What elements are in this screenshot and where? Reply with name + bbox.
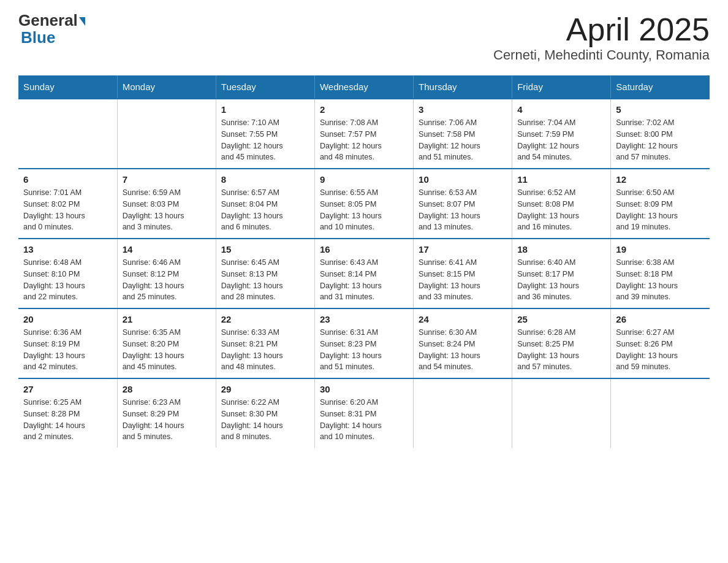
calendar-cell: 13Sunrise: 6:48 AM Sunset: 8:10 PM Dayli… bbox=[18, 239, 117, 308]
calendar-cell bbox=[414, 378, 512, 448]
day-info: Sunrise: 6:30 AM Sunset: 8:24 PM Dayligh… bbox=[419, 327, 507, 373]
day-number: 24 bbox=[419, 314, 507, 324]
day-info: Sunrise: 6:40 AM Sunset: 8:17 PM Dayligh… bbox=[517, 257, 605, 303]
day-number: 6 bbox=[23, 174, 112, 185]
calendar-cell: 28Sunrise: 6:23 AM Sunset: 8:29 PM Dayli… bbox=[117, 378, 216, 448]
page-subtitle: Cerneti, Mehedinti County, Romania bbox=[493, 47, 710, 63]
day-number: 9 bbox=[320, 174, 408, 185]
day-number: 13 bbox=[23, 244, 112, 255]
day-info: Sunrise: 6:23 AM Sunset: 8:29 PM Dayligh… bbox=[123, 397, 211, 443]
calendar-cell: 5Sunrise: 7:02 AM Sunset: 8:00 PM Daylig… bbox=[611, 99, 710, 169]
day-number: 28 bbox=[123, 384, 211, 394]
day-number: 23 bbox=[320, 314, 408, 324]
day-number: 15 bbox=[221, 244, 309, 255]
week-row: 27Sunrise: 6:25 AM Sunset: 8:28 PM Dayli… bbox=[18, 378, 710, 448]
days-of-week-row: SundayMondayTuesdayWednesdayThursdayFrid… bbox=[18, 75, 710, 99]
day-info: Sunrise: 7:01 AM Sunset: 8:02 PM Dayligh… bbox=[23, 187, 112, 233]
day-of-week-sunday: Sunday bbox=[18, 75, 117, 99]
day-number: 27 bbox=[23, 384, 112, 394]
day-number: 25 bbox=[517, 314, 605, 324]
day-number: 1 bbox=[221, 104, 309, 115]
day-info: Sunrise: 6:36 AM Sunset: 8:19 PM Dayligh… bbox=[23, 327, 112, 373]
week-row: 6Sunrise: 7:01 AM Sunset: 8:02 PM Daylig… bbox=[18, 169, 710, 239]
day-number: 22 bbox=[221, 314, 309, 324]
day-info: Sunrise: 6:53 AM Sunset: 8:07 PM Dayligh… bbox=[419, 187, 507, 233]
day-info: Sunrise: 6:46 AM Sunset: 8:12 PM Dayligh… bbox=[123, 257, 211, 303]
day-number: 29 bbox=[221, 384, 309, 394]
week-row: 20Sunrise: 6:36 AM Sunset: 8:19 PM Dayli… bbox=[18, 308, 710, 378]
day-of-week-wednesday: Wednesday bbox=[314, 75, 413, 99]
logo-blue-text: Blue bbox=[18, 28, 55, 47]
calendar-cell: 11Sunrise: 6:52 AM Sunset: 8:08 PM Dayli… bbox=[512, 169, 611, 239]
day-number: 17 bbox=[419, 244, 507, 255]
calendar-cell: 15Sunrise: 6:45 AM Sunset: 8:13 PM Dayli… bbox=[216, 239, 314, 308]
day-info: Sunrise: 7:02 AM Sunset: 8:00 PM Dayligh… bbox=[616, 117, 705, 163]
day-of-week-tuesday: Tuesday bbox=[216, 75, 314, 99]
calendar-cell bbox=[117, 99, 216, 169]
logo: General Blue bbox=[18, 12, 85, 47]
day-of-week-friday: Friday bbox=[512, 75, 611, 99]
day-number: 19 bbox=[616, 244, 705, 255]
day-info: Sunrise: 7:10 AM Sunset: 7:55 PM Dayligh… bbox=[221, 117, 309, 163]
day-number: 12 bbox=[616, 174, 705, 185]
calendar-cell: 6Sunrise: 7:01 AM Sunset: 8:02 PM Daylig… bbox=[18, 169, 117, 239]
calendar-cell: 10Sunrise: 6:53 AM Sunset: 8:07 PM Dayli… bbox=[414, 169, 512, 239]
title-block: April 2025 Cerneti, Mehedinti County, Ro… bbox=[493, 12, 710, 63]
day-number: 8 bbox=[221, 174, 309, 185]
calendar-cell: 26Sunrise: 6:27 AM Sunset: 8:26 PM Dayli… bbox=[611, 308, 710, 378]
day-info: Sunrise: 6:57 AM Sunset: 8:04 PM Dayligh… bbox=[221, 187, 309, 233]
day-number: 26 bbox=[616, 314, 705, 324]
calendar-cell: 21Sunrise: 6:35 AM Sunset: 8:20 PM Dayli… bbox=[117, 308, 216, 378]
day-info: Sunrise: 6:20 AM Sunset: 8:31 PM Dayligh… bbox=[320, 397, 408, 443]
day-number: 21 bbox=[123, 314, 211, 324]
calendar-cell: 29Sunrise: 6:22 AM Sunset: 8:30 PM Dayli… bbox=[216, 378, 314, 448]
day-info: Sunrise: 6:41 AM Sunset: 8:15 PM Dayligh… bbox=[419, 257, 507, 303]
day-info: Sunrise: 6:52 AM Sunset: 8:08 PM Dayligh… bbox=[517, 187, 605, 233]
logo-arrow-icon bbox=[79, 17, 85, 26]
calendar-cell: 20Sunrise: 6:36 AM Sunset: 8:19 PM Dayli… bbox=[18, 308, 117, 378]
calendar-table: SundayMondayTuesdayWednesdayThursdayFrid… bbox=[18, 75, 710, 448]
day-info: Sunrise: 6:50 AM Sunset: 8:09 PM Dayligh… bbox=[616, 187, 705, 233]
week-row: 13Sunrise: 6:48 AM Sunset: 8:10 PM Dayli… bbox=[18, 239, 710, 308]
calendar-cell: 18Sunrise: 6:40 AM Sunset: 8:17 PM Dayli… bbox=[512, 239, 611, 308]
day-info: Sunrise: 6:22 AM Sunset: 8:30 PM Dayligh… bbox=[221, 397, 309, 443]
day-info: Sunrise: 7:04 AM Sunset: 7:59 PM Dayligh… bbox=[517, 117, 605, 163]
day-info: Sunrise: 6:38 AM Sunset: 8:18 PM Dayligh… bbox=[616, 257, 705, 303]
day-number: 7 bbox=[123, 174, 211, 185]
day-info: Sunrise: 6:28 AM Sunset: 8:25 PM Dayligh… bbox=[517, 327, 605, 373]
day-number: 11 bbox=[517, 174, 605, 185]
day-info: Sunrise: 6:43 AM Sunset: 8:14 PM Dayligh… bbox=[320, 257, 408, 303]
logo-general-text: General bbox=[18, 12, 78, 28]
calendar-cell: 16Sunrise: 6:43 AM Sunset: 8:14 PM Dayli… bbox=[314, 239, 413, 308]
day-info: Sunrise: 6:25 AM Sunset: 8:28 PM Dayligh… bbox=[23, 397, 112, 443]
day-number: 3 bbox=[419, 104, 507, 115]
calendar-cell: 4Sunrise: 7:04 AM Sunset: 7:59 PM Daylig… bbox=[512, 99, 611, 169]
day-number: 30 bbox=[320, 384, 408, 394]
calendar-cell: 24Sunrise: 6:30 AM Sunset: 8:24 PM Dayli… bbox=[414, 308, 512, 378]
day-of-week-monday: Monday bbox=[117, 75, 216, 99]
calendar-cell: 30Sunrise: 6:20 AM Sunset: 8:31 PM Dayli… bbox=[314, 378, 413, 448]
calendar-cell: 22Sunrise: 6:33 AM Sunset: 8:21 PM Dayli… bbox=[216, 308, 314, 378]
calendar-cell bbox=[512, 378, 611, 448]
day-number: 18 bbox=[517, 244, 605, 255]
day-info: Sunrise: 6:31 AM Sunset: 8:23 PM Dayligh… bbox=[320, 327, 408, 373]
calendar-body: 1Sunrise: 7:10 AM Sunset: 7:55 PM Daylig… bbox=[18, 99, 710, 448]
calendar-cell: 12Sunrise: 6:50 AM Sunset: 8:09 PM Dayli… bbox=[611, 169, 710, 239]
calendar-cell bbox=[18, 99, 117, 169]
calendar-cell: 17Sunrise: 6:41 AM Sunset: 8:15 PM Dayli… bbox=[414, 239, 512, 308]
day-number: 14 bbox=[123, 244, 211, 255]
day-info: Sunrise: 7:06 AM Sunset: 7:58 PM Dayligh… bbox=[419, 117, 507, 163]
day-number: 2 bbox=[320, 104, 408, 115]
calendar-cell: 1Sunrise: 7:10 AM Sunset: 7:55 PM Daylig… bbox=[216, 99, 314, 169]
day-number: 4 bbox=[517, 104, 605, 115]
day-info: Sunrise: 6:35 AM Sunset: 8:20 PM Dayligh… bbox=[123, 327, 211, 373]
day-info: Sunrise: 7:08 AM Sunset: 7:57 PM Dayligh… bbox=[320, 117, 408, 163]
calendar-cell: 2Sunrise: 7:08 AM Sunset: 7:57 PM Daylig… bbox=[314, 99, 413, 169]
calendar-cell: 7Sunrise: 6:59 AM Sunset: 8:03 PM Daylig… bbox=[117, 169, 216, 239]
day-info: Sunrise: 6:27 AM Sunset: 8:26 PM Dayligh… bbox=[616, 327, 705, 373]
calendar-cell: 14Sunrise: 6:46 AM Sunset: 8:12 PM Dayli… bbox=[117, 239, 216, 308]
day-info: Sunrise: 6:45 AM Sunset: 8:13 PM Dayligh… bbox=[221, 257, 309, 303]
day-number: 16 bbox=[320, 244, 408, 255]
calendar-header: SundayMondayTuesdayWednesdayThursdayFrid… bbox=[18, 75, 710, 99]
day-info: Sunrise: 6:48 AM Sunset: 8:10 PM Dayligh… bbox=[23, 257, 112, 303]
